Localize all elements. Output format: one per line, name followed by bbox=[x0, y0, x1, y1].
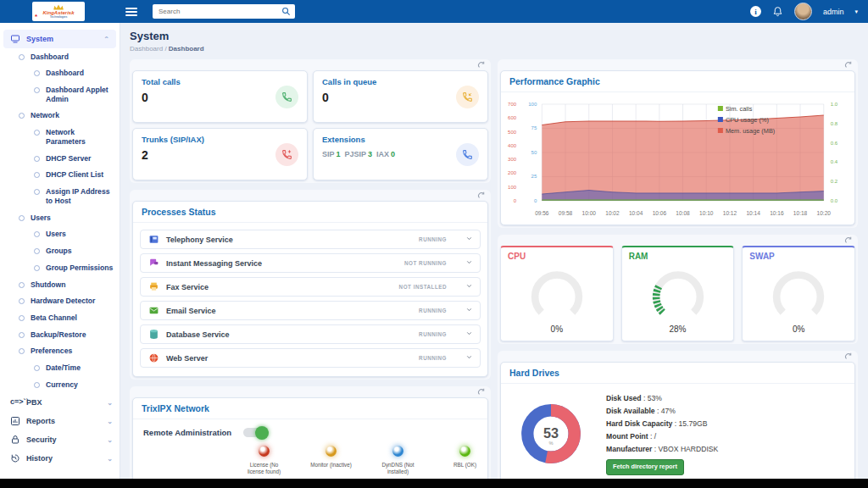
process-row-email-service[interactable]: Email ServiceRUNNING bbox=[140, 301, 481, 320]
refresh-icon[interactable] bbox=[477, 191, 486, 200]
refresh-icon[interactable] bbox=[477, 388, 486, 396]
svg-text:10:10: 10:10 bbox=[699, 210, 714, 216]
sidebar-item-reports[interactable]: Reports⌄ bbox=[0, 412, 120, 430]
gauge-card-swap: SWAP0% bbox=[742, 246, 855, 341]
phone-plus-icon bbox=[275, 143, 298, 166]
gauge-title: CPU bbox=[508, 252, 606, 261]
topbar-actions: i admin ▾ bbox=[750, 3, 858, 20]
chevron-up-icon[interactable]: ⌃ bbox=[103, 36, 109, 43]
disk-detail-row: Manufacturer : VBOX HARDDISK bbox=[606, 443, 718, 456]
gauge-value: 0% bbox=[749, 324, 848, 334]
sidebar-subitem-dhcp-client-list[interactable]: DHCP Client List bbox=[0, 167, 120, 184]
breadcrumb-item[interactable]: Dashboard bbox=[130, 45, 163, 53]
chevron-down-icon[interactable]: ⌄ bbox=[107, 399, 113, 407]
sidebar-subitem-beta-channel[interactable]: Beta Channel bbox=[0, 309, 120, 326]
svg-text:700: 700 bbox=[508, 102, 517, 107]
stat-value: 0 bbox=[142, 91, 275, 104]
chevron-down-icon[interactable]: ⌄ bbox=[107, 418, 113, 425]
sidebar-item-label: Security bbox=[26, 435, 57, 444]
sidebar-subitem-date-time[interactable]: Date/Time bbox=[0, 360, 120, 377]
chevron-down-icon[interactable] bbox=[465, 330, 473, 337]
count-value: 0 bbox=[391, 150, 395, 158]
fetch-directory-report-button[interactable]: Fetch directory report bbox=[606, 459, 684, 475]
sidebar-item-security[interactable]: Security⌄ bbox=[0, 430, 120, 449]
sidebar-subitem-groups[interactable]: Groups bbox=[0, 243, 120, 260]
sidebar-subitem-backup-restore[interactable]: Backup/Restore bbox=[0, 326, 120, 343]
svg-text:10:08: 10:08 bbox=[676, 210, 690, 216]
remote-admin-row: Remote Administration bbox=[133, 419, 487, 439]
refresh-icon[interactable] bbox=[844, 61, 853, 69]
chevron-down-icon[interactable] bbox=[465, 258, 473, 266]
gauge-dial bbox=[749, 264, 848, 323]
svg-text:%: % bbox=[548, 441, 553, 446]
sidebar-item-system[interactable]: System⌃ bbox=[3, 30, 116, 48]
gauge-value: 0% bbox=[508, 324, 606, 334]
sidebar-subitem-dhcp-server[interactable]: DHCP Server bbox=[0, 150, 120, 167]
refresh-icon[interactable] bbox=[844, 236, 853, 245]
processes-group: Processes Status Telephony ServiceRUNNIN… bbox=[130, 190, 491, 380]
sidebar-subitem-shutdown[interactable]: Shutdown bbox=[0, 276, 120, 293]
crown-icon bbox=[53, 4, 64, 10]
bullet-icon bbox=[19, 282, 25, 288]
chevron-down-icon[interactable] bbox=[465, 282, 473, 290]
remote-admin-toggle[interactable] bbox=[243, 428, 265, 437]
detail-label: Hard Disk Capacity bbox=[606, 419, 672, 428]
bullet-icon bbox=[19, 113, 25, 119]
chevron-down-icon[interactable] bbox=[465, 306, 473, 313]
performance-chart: 010020030040050060070002550751000.00.20.… bbox=[501, 92, 854, 225]
disk-usage-donut: 53% bbox=[515, 397, 587, 470]
sidebar-item-pbx[interactable]: c=>``PBX⌄ bbox=[0, 393, 120, 412]
sidebar-item-label: Dashboard bbox=[46, 69, 84, 78]
sidebar-subitem-dashboard[interactable]: Dashboard bbox=[0, 48, 120, 65]
sidebar-item-label: Group Permissions bbox=[46, 263, 113, 273]
stat-card-trunks-sip-iax-: Trunks (SIP/IAX)2 bbox=[132, 128, 308, 180]
performance-panel: Performance Graphic 01002003004005006007… bbox=[500, 70, 855, 225]
avatar[interactable] bbox=[794, 3, 812, 20]
count-label: IAX bbox=[376, 150, 389, 158]
svg-text:10:18: 10:18 bbox=[793, 210, 808, 216]
bullet-icon bbox=[19, 332, 25, 338]
stat-card-calls-in-queue: Calls in queue0 bbox=[313, 70, 488, 123]
refresh-icon[interactable] bbox=[844, 352, 853, 361]
chevron-down-icon[interactable] bbox=[465, 235, 473, 242]
process-row-web-server[interactable]: Web ServerRUNNING bbox=[140, 348, 481, 368]
stat-value: 2 bbox=[142, 148, 275, 162]
menu-icon[interactable] bbox=[125, 6, 137, 18]
sidebar-subitem-hardware-detector[interactable]: Hardware Detector bbox=[0, 293, 120, 310]
search-input[interactable] bbox=[157, 7, 281, 16]
phone-icon bbox=[456, 143, 479, 166]
process-name: Database Service bbox=[166, 330, 230, 339]
sidebar-item-label: DHCP Client List bbox=[46, 170, 103, 180]
sidebar-subitem-network-parameters[interactable]: Network Parameters bbox=[0, 125, 120, 150]
gauge-title: SWAP bbox=[749, 252, 848, 261]
chevron-down-icon[interactable]: ▾ bbox=[854, 8, 858, 15]
refresh-icon[interactable] bbox=[477, 61, 486, 69]
process-row-fax-service[interactable]: Fax ServiceNOT INSTALLED bbox=[140, 277, 481, 297]
stat-card-extensions: ExtensionsSIP1PJSIP3IAX0 bbox=[313, 128, 488, 180]
chart-icon bbox=[10, 416, 20, 426]
chevron-down-icon[interactable]: ⌄ bbox=[107, 455, 113, 463]
bell-icon[interactable] bbox=[772, 6, 783, 17]
info-icon[interactable]: i bbox=[750, 6, 761, 17]
sidebar-subitem-dashboard[interactable]: Dashboard bbox=[0, 65, 120, 82]
process-row-database-service[interactable]: Database ServiceRUNNING bbox=[140, 324, 481, 344]
sidebar-item-history[interactable]: History⌄ bbox=[0, 449, 120, 468]
sidebar-subitem-preferences[interactable]: Preferences bbox=[0, 343, 120, 360]
search-icon[interactable] bbox=[281, 7, 291, 16]
sidebar-subitem-users[interactable]: Users bbox=[0, 209, 120, 226]
sidebar-subitem-network[interactable]: Network bbox=[0, 108, 120, 125]
chevron-down-icon[interactable]: ⌄ bbox=[107, 436, 113, 444]
phone-incoming-icon bbox=[456, 86, 479, 108]
chevron-down-icon[interactable] bbox=[465, 353, 473, 361]
process-row-telephony-service[interactable]: Telephony ServiceRUNNING bbox=[140, 230, 481, 249]
logo[interactable]: KingAsterisk Technologies * bbox=[32, 2, 85, 21]
user-name[interactable]: admin bbox=[823, 8, 844, 16]
sidebar-subitem-group-permissions[interactable]: Group Permissions bbox=[0, 259, 120, 276]
sidebar-subitem-dashboard-applet-admin[interactable]: Dashboard Applet Admin bbox=[0, 81, 120, 107]
sidebar-subitem-assign-ip-address-to-host[interactable]: Assign IP Address to Host bbox=[0, 184, 120, 209]
process-row-instant-messaging-service[interactable]: Instant Messaging ServiceNOT RUNNING bbox=[140, 253, 481, 273]
detail-value: VBOX HARDDISK bbox=[659, 445, 719, 453]
svg-text:200: 200 bbox=[508, 170, 517, 175]
sidebar-subitem-currency[interactable]: Currency bbox=[0, 376, 120, 393]
sidebar-subitem-users[interactable]: Users bbox=[0, 226, 120, 243]
